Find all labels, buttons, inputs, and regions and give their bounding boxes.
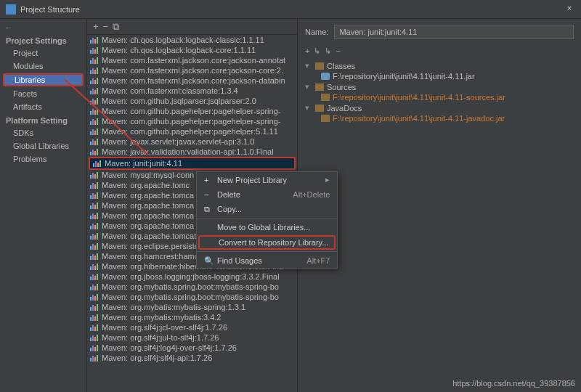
titlebar: Project Structure × bbox=[0, 0, 581, 19]
library-icon bbox=[90, 232, 99, 240]
library-row[interactable]: Maven: com.fasterxml:classmate:1.3.4 bbox=[87, 86, 297, 96]
library-row[interactable]: Maven: com.github.pagehelper:pagehelper-… bbox=[87, 116, 297, 126]
sidebar-item-global-libraries[interactable]: Global Libraries bbox=[0, 139, 86, 152]
library-label: Maven: org.apache.tomca bbox=[102, 201, 194, 210]
library-row[interactable]: Maven: org.slf4j:slf4j-api:1.7.26 bbox=[87, 353, 297, 363]
tree-node[interactable]: ▾Classes bbox=[305, 60, 574, 71]
folder-icon bbox=[315, 83, 324, 91]
menu-shortcut: Alt+F7 bbox=[306, 256, 330, 265]
remove-button[interactable]: − bbox=[103, 21, 109, 32]
sidebar-item-sdks[interactable]: SDKs bbox=[0, 126, 86, 139]
library-icon bbox=[93, 160, 102, 167]
tree-label: Classes bbox=[327, 62, 355, 70]
library-row[interactable]: Maven: org.slf4j:log4j-over-slf4j:1.7.26 bbox=[87, 343, 297, 353]
sidebar-section: Platform Setting bbox=[0, 113, 86, 126]
library-toolbar: + − ⧉ bbox=[87, 19, 297, 35]
library-label: Maven: org.slf4j:log4j-over-slf4j:1.7.26 bbox=[102, 343, 237, 352]
detail-panel: Name: + ↳ ↳ − ▾ClassesF:\repository\juni… bbox=[298, 19, 581, 392]
menu-label: Delete bbox=[217, 190, 240, 199]
library-label: Maven: org.apache.tomca bbox=[102, 221, 194, 230]
library-label: Maven: org.mybatis:mybatis-spring:1.3.1 bbox=[102, 303, 245, 311]
app-icon bbox=[6, 4, 16, 15]
library-label: Maven: com.github.pagehelper:pagehelper-… bbox=[102, 117, 280, 126]
library-label: Maven: com.github.pagehelper:pagehelper-… bbox=[102, 107, 280, 115]
library-row[interactable]: Maven: org.slf4j:jul-to-slf4j:1.7.26 bbox=[87, 332, 297, 343]
library-icon bbox=[90, 273, 99, 280]
tree-label: Sources bbox=[327, 83, 356, 91]
library-row[interactable]: Maven: org.mybatis:mybatis-spring:1.3.1 bbox=[87, 302, 297, 312]
folder-icon bbox=[315, 105, 324, 112]
watermark: https://blog.csdn.net/qq_39387856 bbox=[452, 379, 575, 388]
library-row[interactable]: Maven: ch.qos.logback:logback-classic:1.… bbox=[87, 35, 297, 45]
library-label: Maven: org.apache.tomca bbox=[102, 211, 194, 220]
sidebar-item-problems[interactable]: Problems bbox=[0, 152, 86, 166]
add-root-button[interactable]: + bbox=[305, 46, 309, 56]
add-jar-button[interactable]: ↳ bbox=[314, 46, 320, 56]
copy-button[interactable]: ⧉ bbox=[113, 21, 119, 33]
menu-label: Convert to Repository Library... bbox=[219, 238, 328, 247]
menu-label: Find Usages bbox=[217, 256, 262, 265]
back-arrow-icon[interactable]: ← bbox=[0, 22, 86, 33]
library-icon bbox=[90, 293, 99, 301]
library-row[interactable]: Maven: com.github.pagehelper:pagehelper-… bbox=[87, 106, 297, 116]
menu-item-new-project-library[interactable]: +New Project Library▸ bbox=[197, 172, 337, 187]
library-row[interactable]: Maven: ch.qos.logback:logback-core:1.1.1… bbox=[87, 45, 297, 55]
menu-item-convert-to-repository-library[interactable]: Convert to Repository Library... bbox=[198, 235, 336, 250]
sidebar-item-modules[interactable]: Modules bbox=[0, 60, 86, 73]
tree-node[interactable]: ▾Sources bbox=[305, 81, 574, 92]
sidebar-section: Project Settings bbox=[0, 33, 86, 46]
menu-icon bbox=[206, 238, 214, 247]
library-row[interactable]: Maven: com.fasterxml.jackson.core:jackso… bbox=[87, 55, 297, 65]
sidebar-item-artifacts[interactable]: Artifacts bbox=[0, 100, 86, 113]
library-row[interactable]: Maven: junit:junit:4.11 bbox=[89, 157, 296, 170]
close-icon[interactable]: × bbox=[564, 4, 575, 15]
menu-icon bbox=[204, 223, 213, 232]
library-row[interactable]: Maven: org.mybatis:mybatis:3.4.2 bbox=[87, 312, 297, 322]
library-label: Maven: com.github.jsqlparser:jsqlparser:… bbox=[102, 97, 256, 105]
library-label: Maven: org.slf4j:jcl-over-slf4j:1.7.26 bbox=[102, 323, 227, 332]
library-row[interactable]: Maven: com.github.jsqlparser:jsqlparser:… bbox=[87, 96, 297, 106]
file-icon bbox=[321, 115, 330, 122]
library-label: Maven: org.mybatis:mybatis:3.4.2 bbox=[102, 313, 221, 322]
menu-icon: ⧉ bbox=[204, 205, 213, 213]
library-icon bbox=[90, 202, 99, 209]
library-row[interactable]: Maven: org.slf4j:jcl-over-slf4j:1.7.26 bbox=[87, 322, 297, 332]
library-row[interactable]: Maven: org.mybatis.spring.boot:mybatis-s… bbox=[87, 282, 297, 292]
sidebar: ← Project SettingsProjectModulesLibrarie… bbox=[0, 19, 87, 392]
library-row[interactable]: Maven: javax.servlet:javax.servlet-api:3… bbox=[87, 136, 297, 147]
library-row[interactable]: Maven: org.mybatis.spring.boot:mybatis-s… bbox=[87, 292, 297, 302]
library-icon bbox=[90, 283, 99, 290]
tree-path: F:\repository\junit\junit\4.11\junit-4.1… bbox=[333, 72, 475, 81]
menu-item-delete[interactable]: −DeleteAlt+Delete bbox=[197, 187, 337, 202]
name-input[interactable] bbox=[334, 25, 574, 39]
library-label: Maven: org.mybatis.spring.boot:mybatis-s… bbox=[102, 282, 279, 291]
library-label: Maven: com.fasterxml.jackson.core:jackso… bbox=[102, 66, 283, 75]
menu-label: Copy... bbox=[217, 205, 242, 213]
menu-item-copy[interactable]: ⧉Copy... bbox=[197, 202, 337, 216]
library-row[interactable]: Maven: org.jboss.logging:jboss-logging:3… bbox=[87, 271, 297, 282]
tree-leaf[interactable]: F:\repository\junit\junit\4.11\junit-4.1… bbox=[305, 71, 574, 81]
library-row[interactable]: Maven: javax.validation:validation-api:1… bbox=[87, 147, 297, 157]
add-web-button[interactable]: ↳ bbox=[325, 46, 331, 56]
jar-icon bbox=[321, 73, 330, 80]
library-icon bbox=[90, 46, 99, 54]
tree-path: F:\repository\junit\junit\4.11\junit-4.1… bbox=[333, 114, 505, 123]
add-button[interactable]: + bbox=[93, 21, 99, 32]
library-icon bbox=[90, 87, 99, 94]
tree-path: F:\repository\junit\junit\4.11\junit-4.1… bbox=[333, 93, 505, 102]
tree-leaf[interactable]: F:\repository\junit\junit\4.11\junit-4.1… bbox=[305, 92, 574, 102]
library-row[interactable]: Maven: com.fasterxml.jackson.core:jackso… bbox=[87, 65, 297, 75]
tree-node[interactable]: ▾JavaDocs bbox=[305, 102, 574, 113]
library-row[interactable]: Maven: com.fasterxml.jackson.core:jackso… bbox=[87, 75, 297, 86]
remove-root-button[interactable]: − bbox=[336, 46, 340, 56]
menu-item-move-to-global-libraries[interactable]: Move to Global Libraries... bbox=[197, 220, 337, 234]
library-icon bbox=[90, 118, 99, 125]
library-icon bbox=[90, 354, 99, 362]
tree-leaf[interactable]: F:\repository\junit\junit\4.11\junit-4.1… bbox=[305, 113, 574, 123]
library-label: Maven: org.mybatis.spring.boot:mybatis-s… bbox=[102, 293, 279, 301]
menu-label: Move to Global Libraries... bbox=[217, 223, 310, 232]
library-label: Maven: ch.qos.logback:logback-core:1.1.1… bbox=[102, 46, 256, 54]
sidebar-item-project[interactable]: Project bbox=[0, 46, 86, 60]
menu-item-find-usages[interactable]: 🔍Find UsagesAlt+F7 bbox=[197, 253, 337, 268]
roots-tree[interactable]: ▾ClassesF:\repository\junit\junit\4.11\j… bbox=[305, 60, 574, 123]
